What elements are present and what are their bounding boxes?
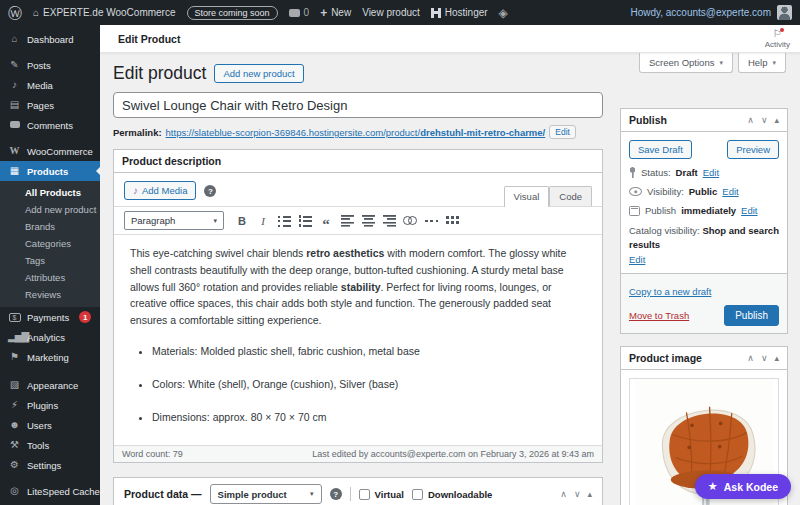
sidebar-item-products[interactable]: ▦Products	[0, 161, 100, 181]
add-new-product-button[interactable]: Add new product	[214, 64, 303, 83]
move-down-icon[interactable]: ∨	[761, 353, 768, 363]
italic-button[interactable]: I	[254, 212, 272, 230]
toggle-panel-icon[interactable]: ▴	[774, 353, 779, 363]
view-product-link[interactable]: View product	[362, 7, 420, 18]
publish-date-edit-link[interactable]: Edit	[741, 205, 757, 216]
new-menu[interactable]: + New	[320, 6, 351, 20]
align-right-button[interactable]	[380, 212, 398, 230]
wordpress-logo-icon[interactable]: Ⓦ	[8, 6, 22, 20]
submenu-categories[interactable]: Categories	[0, 235, 100, 252]
site-menu[interactable]: ⌂ EXPERTE.de WooCommerce	[33, 7, 176, 18]
sidebar-item-posts[interactable]: ✎Posts	[0, 55, 100, 75]
submenu-all-products[interactable]: All Products	[0, 184, 100, 201]
product-data-panel: Product data — Simple product ▾ ? Virtua…	[113, 477, 603, 505]
screen-options-button[interactable]: Screen Options▾	[639, 53, 733, 73]
sidebar-item-users[interactable]: ☻Users	[0, 415, 100, 435]
read-more-button[interactable]	[422, 212, 440, 230]
paragraph-format-select[interactable]: Paragraph ▾	[124, 211, 224, 230]
product-image-title: Product image	[629, 352, 702, 364]
checkbox-icon	[412, 489, 423, 500]
add-media-button[interactable]: ♪ Add Media	[124, 181, 196, 200]
submenu-brands[interactable]: Brands	[0, 218, 100, 235]
hostinger-menu[interactable]: Hostinger	[431, 7, 488, 18]
status-edit-link[interactable]: Edit	[703, 167, 719, 178]
save-draft-button[interactable]: Save Draft	[629, 140, 692, 159]
submenu-add-new-product[interactable]: Add new product	[0, 201, 100, 218]
catalog-visibility-edit-link[interactable]: Edit	[629, 254, 645, 265]
product-type-select[interactable]: Simple product ▾	[210, 484, 322, 504]
help-button[interactable]: Help▾	[738, 53, 786, 73]
blockquote-button[interactable]: “	[317, 212, 335, 230]
submenu-tags[interactable]: Tags	[0, 252, 100, 269]
description-editor-area[interactable]: This eye-catching swivel chair blends re…	[114, 235, 602, 445]
sidebar-item-plugins[interactable]: ⚡Plugins	[0, 395, 100, 415]
catalog-visibility-row: Catalog visibility: Shop and search resu…	[629, 224, 779, 267]
submenu-attributes[interactable]: Attributes	[0, 269, 100, 286]
sidebar-item-woocommerce[interactable]: WWooCommerce	[0, 141, 100, 161]
sidebar-item-label: Analytics	[27, 332, 65, 343]
bullet-list-button[interactable]	[275, 212, 293, 230]
align-left-button[interactable]	[338, 212, 356, 230]
product-title-input[interactable]	[113, 92, 603, 118]
visibility-edit-link[interactable]: Edit	[722, 186, 738, 197]
page-title: Edit Product	[118, 33, 180, 45]
tools-icon: ⚒	[8, 440, 21, 450]
howdy-account-link[interactable]: Howdy, accounts@experte.com	[630, 7, 771, 18]
sidebar-item-payments[interactable]: $Payments1	[0, 307, 100, 327]
toolbar-toggle-button[interactable]	[443, 212, 461, 230]
toggle-panel-icon[interactable]: ▴	[774, 115, 779, 125]
plugin-diamond-menu[interactable]: ◈	[499, 6, 508, 20]
pages-icon: ▤	[8, 100, 21, 110]
avatar[interactable]	[777, 5, 792, 20]
activity-button[interactable]: ⚐ Activity	[765, 29, 790, 49]
sidebar-item-label: Comments	[27, 120, 73, 131]
align-left-icon	[341, 215, 354, 227]
move-down-icon[interactable]: ∨	[574, 489, 581, 499]
status-pin-icon	[629, 167, 636, 178]
numbered-list-button[interactable]	[296, 212, 314, 230]
tab-visual[interactable]: Visual	[504, 186, 550, 207]
comments-shortcut[interactable]: 0	[289, 7, 310, 18]
sidebar-item-settings[interactable]: ⚙Settings	[0, 455, 100, 475]
align-center-button[interactable]	[359, 212, 377, 230]
permalink-edit-button[interactable]: Edit	[549, 125, 576, 139]
sidebar-item-tools[interactable]: ⚒Tools	[0, 435, 100, 455]
submenu-reviews[interactable]: Reviews	[0, 286, 100, 303]
catalog-visibility-label: Catalog visibility:	[629, 225, 700, 236]
comment-count: 0	[304, 7, 310, 18]
move-up-icon[interactable]: ∧	[747, 115, 754, 125]
home-icon: ⌂	[33, 7, 39, 18]
sidebar-item-litespeed-cache[interactable]: ◎LiteSpeed Cache	[0, 481, 100, 501]
sidebar-item-comments[interactable]: Comments	[0, 115, 100, 135]
plus-icon: +	[320, 6, 327, 20]
move-down-icon[interactable]: ∨	[761, 115, 768, 125]
help-tip-icon[interactable]: ?	[330, 488, 342, 500]
ask-kodee-label: Ask Kodee	[724, 481, 778, 493]
store-coming-soon-badge[interactable]: Store coming soon	[187, 6, 278, 20]
copy-to-draft-link[interactable]: Copy to a new draft	[629, 286, 711, 297]
bold-button[interactable]: B	[233, 212, 251, 230]
sidebar-item-media[interactable]: ♪Media	[0, 75, 100, 95]
ask-kodee-button[interactable]: ★ Ask Kodee	[695, 474, 791, 499]
move-up-icon[interactable]: ∧	[747, 353, 754, 363]
sidebar-item-label: Appearance	[27, 380, 78, 391]
help-tip-icon[interactable]: ?	[204, 185, 216, 197]
move-to-trash-link[interactable]: Move to Trash	[629, 310, 689, 321]
activity-flag-icon: ⚐	[773, 29, 782, 39]
toggle-panel-icon[interactable]: ▴	[587, 489, 592, 499]
sidebar-item-pages[interactable]: ▤Pages	[0, 95, 100, 115]
tab-code[interactable]: Code	[549, 186, 592, 206]
virtual-checkbox[interactable]: Virtual	[359, 489, 404, 500]
permalink-link[interactable]: https://slateblue-scorpion-369846.hostin…	[166, 127, 546, 138]
sidebar-item-marketing[interactable]: ⚑Marketing	[0, 347, 100, 367]
insert-link-button[interactable]	[401, 212, 419, 230]
move-up-icon[interactable]: ∧	[560, 489, 567, 499]
sidebar-item-analytics[interactable]: ▂▅▇Analytics	[0, 327, 100, 347]
downloadable-checkbox[interactable]: Downloadable	[412, 489, 492, 500]
preview-button[interactable]: Preview	[727, 140, 779, 159]
screen-options-label: Screen Options	[649, 57, 714, 68]
sidebar-item-appearance[interactable]: ▨Appearance	[0, 375, 100, 395]
publish-button[interactable]: Publish	[724, 305, 779, 326]
permalink-label: Permalink:	[113, 127, 162, 138]
sidebar-item-dashboard[interactable]: ⌂Dashboard	[0, 29, 100, 49]
